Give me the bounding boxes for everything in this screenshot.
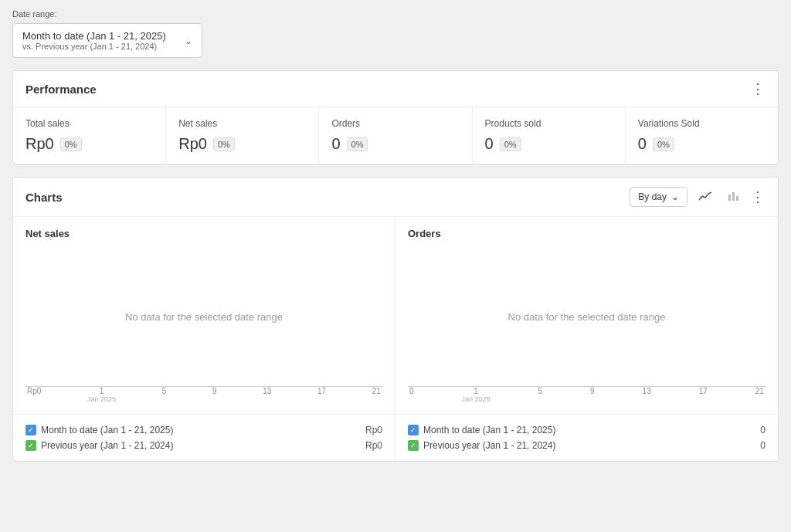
blue-checkbox-icon[interactable]: ✓ (408, 425, 419, 435)
svg-rect-1 (732, 192, 735, 201)
legend-value: Rp0 (365, 425, 382, 435)
legend-row: ✓ Previous year (Jan 1 - 21, 2024) 0 (408, 438, 766, 453)
date-range-section: Date range: Month to date (Jan 1 - 21, 2… (12, 9, 779, 58)
axis-tick: 5 (538, 387, 543, 403)
bar-chart-icon[interactable] (723, 188, 745, 207)
svg-rect-2 (736, 196, 738, 201)
no-data-text: No data for the selected date range (125, 311, 283, 323)
axis-tick: 1Jan 2025 (87, 387, 116, 403)
axis-ticks: 01Jan 202559131721 (408, 387, 766, 403)
axis-tick: 17 (317, 387, 326, 403)
metric-value: 0 (638, 135, 647, 153)
checkmark-icon: ✓ (410, 426, 416, 434)
chart-area: No data for the selected date range (25, 247, 382, 386)
charts-section: Charts By day ⌄ (12, 177, 779, 462)
metric-value: Rp0 (25, 135, 54, 153)
metric-cell: Net sales Rp0 0% (166, 107, 319, 164)
performance-more-icon[interactable]: ⋮ (751, 80, 766, 97)
axis-tick: 21 (755, 387, 764, 403)
legend-item: ✓ Previous year (Jan 1 - 21, 2024) (408, 440, 555, 451)
metric-value-row: Rp0 0% (25, 135, 153, 153)
axis-tick: 17 (699, 387, 708, 403)
by-day-label: By day (638, 191, 667, 202)
legend-label: Month to date (Jan 1 - 21, 2025) (423, 425, 555, 435)
date-range-main: Month to date (Jan 1 - 21, 2025) (22, 30, 166, 42)
axis-tick: 5 (162, 387, 167, 403)
performance-section: Performance ⋮ Total sales Rp0 0% Net sal… (12, 70, 779, 164)
metric-cell: Total sales Rp0 0% (13, 107, 166, 164)
legend-value: Rp0 (365, 440, 382, 451)
page: Date range: Month to date (Jan 1 - 21, 2… (0, 0, 791, 532)
metric-badge: 0% (653, 137, 674, 151)
chart-panel: Orders No data for the selected date ran… (396, 217, 778, 414)
metric-badge: 0% (213, 137, 235, 151)
green-checkbox-icon[interactable]: ✓ (25, 440, 36, 451)
charts-header: Charts By day ⌄ (13, 178, 778, 216)
legend-item: ✓ Month to date (Jan 1 - 21, 2025) (25, 425, 173, 435)
legend-value: 0 (760, 440, 766, 451)
checkmark-icon: ✓ (28, 442, 34, 449)
metric-cell: Variations Sold 0 0% (626, 107, 778, 164)
svg-rect-0 (728, 195, 731, 201)
date-range-sub: vs. Previous year (Jan 1 - 21, 2024) (22, 42, 166, 51)
axis-tick: 13 (263, 387, 271, 403)
metric-label: Products sold (485, 118, 613, 129)
legend-item: ✓ Month to date (Jan 1 - 21, 2025) (408, 425, 555, 435)
date-range-dropdown[interactable]: Month to date (Jan 1 - 21, 2025) vs. Pre… (12, 23, 202, 58)
blue-checkbox-icon[interactable]: ✓ (25, 425, 36, 435)
legend-value: 0 (760, 425, 766, 435)
metric-label: Net sales (178, 118, 306, 129)
by-day-chevron-icon: ⌄ (671, 191, 679, 202)
charts-legends: ✓ Month to date (Jan 1 - 21, 2025) Rp0 ✓… (13, 414, 778, 461)
metric-value: Rp0 (178, 135, 207, 153)
metric-value-row: 0 0% (638, 135, 766, 153)
performance-header: Performance ⋮ (13, 71, 778, 107)
axis-tick: 9 (212, 387, 217, 403)
metric-value-row: 0 0% (331, 135, 459, 153)
metric-cell: Orders 0 0% (319, 107, 472, 164)
metric-label: Variations Sold (638, 118, 766, 129)
metric-cell: Products sold 0 0% (473, 107, 626, 164)
chart-panel-title: Net sales (25, 228, 382, 239)
checkmark-icon: ✓ (410, 442, 416, 449)
metric-badge: 0% (500, 137, 521, 151)
legend-panel: ✓ Month to date (Jan 1 - 21, 2025) 0 ✓ P… (396, 415, 778, 461)
axis-tick: 13 (643, 387, 651, 403)
axis-ticks: Rp01Jan 202559131721 (25, 387, 382, 403)
metric-value: 0 (331, 135, 340, 153)
metric-label: Orders (331, 118, 459, 129)
legend-row: ✓ Previous year (Jan 1 - 21, 2024) Rp0 (25, 438, 382, 453)
axis-tick: 9 (590, 387, 595, 403)
charts-grid: Net sales No data for the selected date … (13, 216, 778, 414)
axis-tick: 1Jan 2025 (462, 387, 491, 403)
legend-item: ✓ Previous year (Jan 1 - 21, 2024) (25, 440, 173, 451)
date-range-label: Date range: (12, 9, 779, 19)
checkmark-icon: ✓ (28, 426, 34, 434)
legend-label: Month to date (Jan 1 - 21, 2025) (41, 425, 173, 435)
metric-value-row: Rp0 0% (178, 135, 306, 153)
legend-row: ✓ Month to date (Jan 1 - 21, 2025) 0 (408, 422, 766, 438)
line-chart-icon[interactable] (694, 188, 717, 207)
axis-tick: 21 (372, 387, 381, 403)
axis-tick: 0 (409, 387, 414, 403)
chart-panel: Net sales No data for the selected date … (13, 217, 396, 414)
chevron-down-icon: ⌄ (185, 36, 192, 46)
green-checkbox-icon[interactable]: ✓ (408, 440, 419, 451)
no-data-text: No data for the selected date range (508, 311, 666, 323)
date-range-text: Month to date (Jan 1 - 21, 2025) vs. Pre… (22, 30, 166, 51)
metric-badge: 0% (347, 137, 368, 151)
charts-controls: By day ⌄ ⋮ (630, 187, 766, 207)
chart-panel-title: Orders (408, 228, 766, 239)
axis-tick: Rp0 (27, 387, 41, 403)
metric-value: 0 (485, 135, 494, 153)
metric-value-row: 0 0% (485, 135, 613, 153)
legend-label: Previous year (Jan 1 - 21, 2024) (41, 440, 173, 451)
metric-label: Total sales (25, 118, 153, 129)
performance-title: Performance (25, 83, 97, 96)
legend-label: Previous year (Jan 1 - 21, 2024) (423, 440, 555, 451)
by-day-dropdown[interactable]: By day ⌄ (630, 187, 687, 207)
legend-panel: ✓ Month to date (Jan 1 - 21, 2025) Rp0 ✓… (13, 415, 396, 461)
legend-row: ✓ Month to date (Jan 1 - 21, 2025) Rp0 (25, 422, 382, 438)
charts-more-icon[interactable]: ⋮ (751, 188, 766, 205)
metric-badge: 0% (60, 137, 82, 151)
